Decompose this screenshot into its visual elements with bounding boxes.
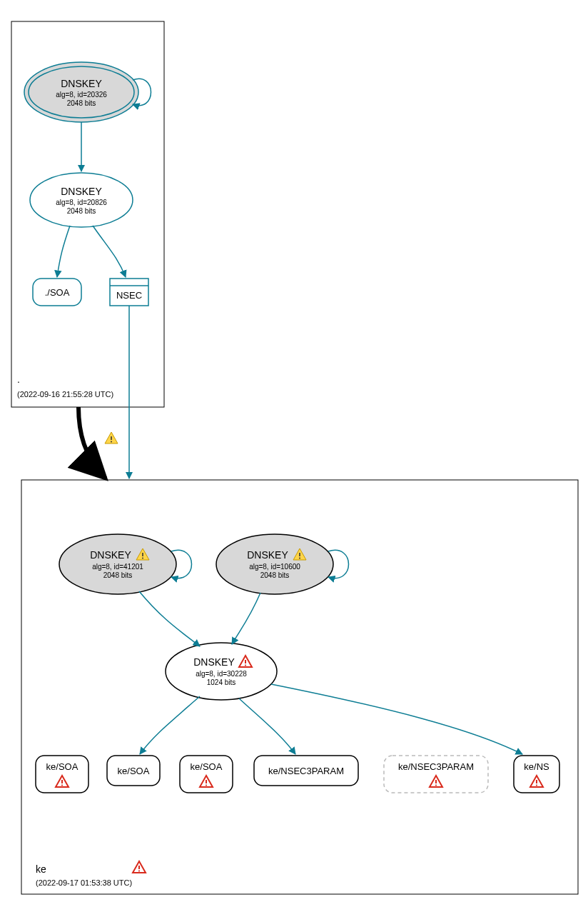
node-ke-soa-3: ke/SOA [180,756,233,793]
node-sub2: 2048 bits [67,207,96,215]
label: ke/NSEC3PARAM [398,761,474,772]
node-title: DNSKEY [193,656,235,668]
label: ke/NS [524,761,549,772]
edge-root-to-ke-delegation [78,407,106,478]
edge-30228-nsec3a [239,698,295,754]
zone-ke-label: ke [36,863,46,875]
node-sub2: 2048 bits [103,571,133,579]
node-ke-dnskey-41201: DNSKEY alg=8, id=41201 2048 bits [59,534,176,594]
node-ke-dnskey-30228: DNSKEY alg=8, id=30228 1024 bits [166,643,277,700]
node-sub2: 2048 bits [260,571,290,579]
node-root-dnskey-20326: DNSKEY alg=8, id=20326 2048 bits [24,62,138,122]
node-title: DNSKEY [61,186,102,197]
edge-20826-soa [57,226,70,277]
node-sub1: alg=8, id=30228 [196,670,247,678]
node-sub2: 2048 bits [67,99,96,107]
node-ke-nsec3param-1: ke/NSEC3PARAM [254,756,358,786]
node-sub1: alg=8, id=20826 [56,199,107,206]
node-ke-soa-2: ke/SOA [107,756,160,786]
dnssec-diagram: . (2022-09-16 21:55:28 UTC) DNSKEY alg=8… [0,0,588,907]
edge-41201-30228 [139,591,200,646]
label: ke/SOA [191,761,223,772]
label: ./SOA [45,287,70,298]
node-title: DNSKEY [90,549,131,561]
node-ke-dnskey-10600: DNSKEY alg=8, id=10600 2048 bits [216,534,333,594]
node-sub1: alg=8, id=20326 [56,91,107,99]
label: NSEC [116,290,142,301]
zone-root-timestamp: (2022-09-16 21:55:28 UTC) [17,390,113,399]
node-ke-ns: ke/NS [514,756,559,793]
label: ke/NSEC3PARAM [268,766,344,776]
node-title: DNSKEY [61,78,102,89]
edge-20826-nsec [93,226,126,277]
label: ke/SOA [118,766,150,776]
node-sub2: 1024 bits [207,678,236,686]
node-root-soa: ./SOA [33,279,81,306]
node-ke-soa-1: ke/SOA [36,756,88,793]
zone-root-label: . [17,374,20,385]
warning-icon [105,432,118,444]
edge-30228-soa2 [140,696,200,754]
node-root-dnskey-20826: DNSKEY alg=8, id=20826 2048 bits [30,173,133,227]
node-title: DNSKEY [247,549,288,561]
node-root-nsec: NSEC [110,279,148,306]
edge-10600-30228 [232,593,260,644]
edge-30228-ns [271,684,522,754]
node-sub1: alg=8, id=10600 [249,563,300,571]
label: ke/SOA [46,761,78,772]
node-sub1: alg=8, id=41201 [92,563,143,571]
zone-ke-timestamp: (2022-09-17 01:53:38 UTC) [36,878,132,887]
error-icon [133,861,146,873]
node-ke-nsec3param-2: ke/NSEC3PARAM [384,756,488,793]
